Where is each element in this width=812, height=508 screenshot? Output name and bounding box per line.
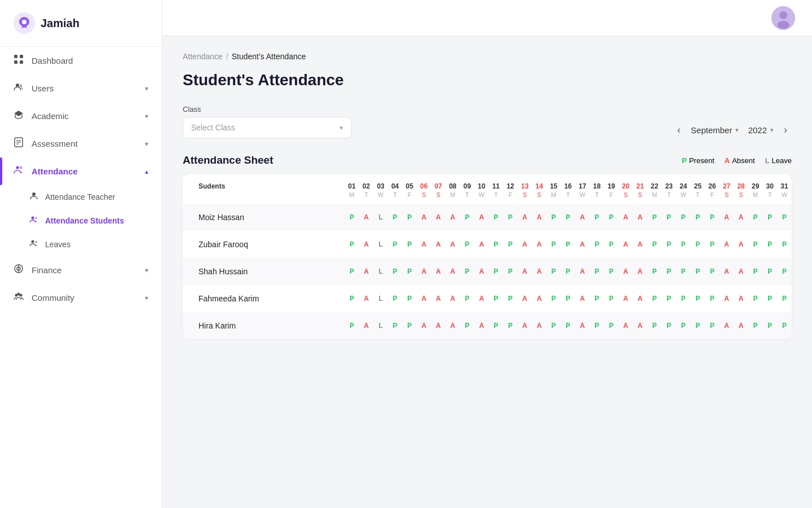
att-cell[interactable]: P: [762, 312, 777, 339]
att-cell[interactable]: P: [388, 258, 403, 285]
att-cell[interactable]: P: [460, 285, 475, 312]
sidebar-item-leaves[interactable]: Leaves: [0, 233, 162, 256]
att-cell[interactable]: P: [460, 258, 475, 285]
att-cell[interactable]: P: [345, 204, 359, 231]
att-cell[interactable]: P: [489, 231, 504, 258]
att-cell[interactable]: P: [503, 231, 518, 258]
att-cell[interactable]: P: [777, 312, 792, 339]
att-cell[interactable]: P: [705, 231, 720, 258]
att-cell[interactable]: P: [503, 312, 518, 339]
att-cell[interactable]: P: [647, 312, 662, 339]
att-cell[interactable]: A: [633, 231, 647, 258]
att-cell[interactable]: P: [762, 258, 777, 285]
att-cell[interactable]: P: [691, 231, 705, 258]
att-cell[interactable]: A: [720, 231, 734, 258]
att-cell[interactable]: P: [546, 258, 561, 285]
att-cell[interactable]: P: [460, 231, 475, 258]
att-cell[interactable]: L: [373, 258, 388, 285]
att-cell[interactable]: A: [720, 204, 734, 231]
att-cell[interactable]: A: [431, 204, 446, 231]
att-cell[interactable]: A: [445, 204, 460, 231]
next-month-button[interactable]: ›: [779, 122, 792, 138]
att-cell[interactable]: A: [633, 258, 647, 285]
att-cell[interactable]: P: [748, 258, 763, 285]
att-cell[interactable]: P: [691, 285, 705, 312]
att-cell[interactable]: A: [474, 231, 489, 258]
att-cell[interactable]: A: [720, 285, 734, 312]
sidebar-item-finance[interactable]: Finance ▾: [0, 256, 162, 284]
att-cell[interactable]: P: [402, 285, 417, 312]
att-cell[interactable]: P: [546, 285, 561, 312]
att-cell[interactable]: A: [575, 312, 590, 339]
att-cell[interactable]: A: [431, 312, 446, 339]
att-cell[interactable]: A: [720, 312, 734, 339]
att-cell[interactable]: P: [489, 258, 504, 285]
sidebar-item-attendance-students[interactable]: Attendance Students: [0, 209, 162, 233]
att-cell[interactable]: P: [388, 231, 403, 258]
att-cell[interactable]: P: [561, 204, 576, 231]
att-cell[interactable]: A: [518, 204, 532, 231]
att-cell[interactable]: A: [474, 312, 489, 339]
sidebar-item-attendance[interactable]: Attendance ▴: [0, 157, 162, 185]
att-cell[interactable]: A: [359, 312, 374, 339]
year-chevron-icon[interactable]: ▾: [770, 126, 774, 134]
att-cell[interactable]: P: [691, 258, 705, 285]
breadcrumb-parent[interactable]: Attendance: [183, 52, 223, 61]
att-cell[interactable]: P: [676, 258, 691, 285]
user-avatar[interactable]: [771, 6, 795, 30]
att-cell[interactable]: P: [503, 258, 518, 285]
att-cell[interactable]: A: [720, 258, 734, 285]
att-cell[interactable]: P: [561, 312, 576, 339]
att-cell[interactable]: P: [647, 231, 662, 258]
att-cell[interactable]: A: [359, 231, 374, 258]
att-cell[interactable]: P: [705, 285, 720, 312]
att-cell[interactable]: P: [748, 231, 763, 258]
att-cell[interactable]: A: [445, 258, 460, 285]
att-cell[interactable]: A: [633, 312, 647, 339]
att-cell[interactable]: A: [417, 285, 431, 312]
sidebar-item-community[interactable]: Community ▾: [0, 284, 162, 312]
att-cell[interactable]: P: [546, 204, 561, 231]
att-cell[interactable]: P: [691, 312, 705, 339]
att-cell[interactable]: A: [431, 285, 446, 312]
att-cell[interactable]: P: [676, 285, 691, 312]
att-cell[interactable]: P: [590, 312, 604, 339]
sidebar-item-dashboard[interactable]: Dashboard: [0, 47, 162, 75]
att-cell[interactable]: P: [604, 285, 619, 312]
att-cell[interactable]: P: [402, 231, 417, 258]
att-cell[interactable]: P: [762, 204, 777, 231]
att-cell[interactable]: P: [590, 258, 604, 285]
att-cell[interactable]: L: [373, 204, 388, 231]
att-cell[interactable]: P: [489, 204, 504, 231]
att-cell[interactable]: P: [762, 231, 777, 258]
att-cell[interactable]: A: [575, 204, 590, 231]
att-cell[interactable]: A: [445, 231, 460, 258]
att-cell[interactable]: A: [518, 285, 532, 312]
att-cell[interactable]: A: [633, 204, 647, 231]
att-cell[interactable]: A: [417, 258, 431, 285]
att-cell[interactable]: P: [561, 285, 576, 312]
att-cell[interactable]: A: [445, 312, 460, 339]
att-cell[interactable]: P: [604, 312, 619, 339]
att-cell[interactable]: A: [734, 312, 748, 339]
att-cell[interactable]: P: [388, 204, 403, 231]
att-cell[interactable]: P: [777, 204, 792, 231]
att-cell[interactable]: A: [431, 231, 446, 258]
att-cell[interactable]: P: [705, 312, 720, 339]
att-cell[interactable]: P: [489, 312, 504, 339]
att-cell[interactable]: P: [662, 204, 677, 231]
att-cell[interactable]: P: [402, 204, 417, 231]
att-cell[interactable]: A: [575, 258, 590, 285]
att-cell[interactable]: P: [662, 285, 677, 312]
att-cell[interactable]: P: [748, 204, 763, 231]
att-cell[interactable]: P: [460, 312, 475, 339]
att-cell[interactable]: A: [359, 258, 374, 285]
att-cell[interactable]: A: [474, 204, 489, 231]
att-cell[interactable]: P: [604, 204, 619, 231]
att-cell[interactable]: A: [532, 258, 546, 285]
att-cell[interactable]: A: [619, 204, 633, 231]
att-cell[interactable]: A: [431, 258, 446, 285]
att-cell[interactable]: A: [359, 204, 374, 231]
att-cell[interactable]: P: [705, 204, 720, 231]
att-cell[interactable]: P: [647, 204, 662, 231]
